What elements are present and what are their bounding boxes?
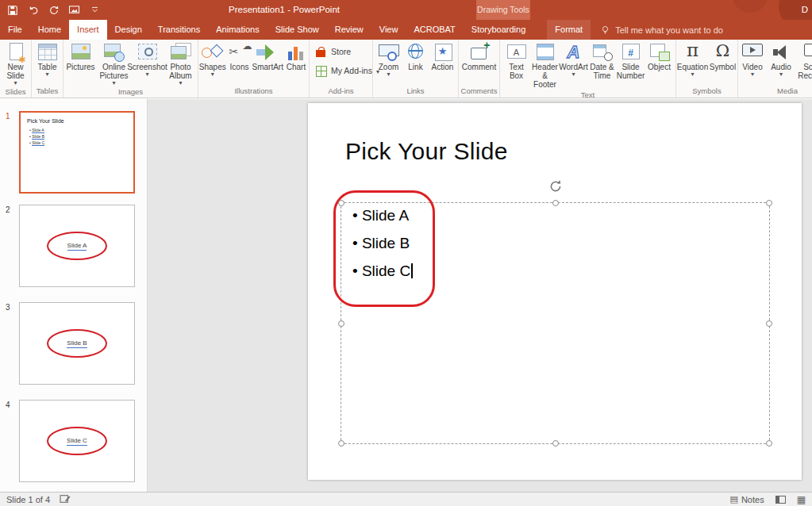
slide-sorter-view-button[interactable]	[797, 495, 806, 504]
titlebar-decoration	[732, 0, 768, 13]
chart-button[interactable]: Chart	[283, 40, 309, 72]
symbol-button[interactable]: Symbol	[709, 40, 737, 72]
chevron-down-icon	[90, 6, 99, 14]
icons-icon	[227, 41, 254, 63]
slide-thumbnail-4[interactable]: Slide C	[19, 400, 135, 482]
resize-handle-middle-left[interactable]	[338, 320, 344, 327]
slide-title-text[interactable]: Pick Your Slide	[345, 138, 508, 165]
icons-button[interactable]: Icons	[227, 40, 252, 72]
rotate-handle[interactable]	[548, 179, 563, 194]
link-icon	[403, 41, 430, 63]
slide-thumbnail-1[interactable]: Pick Your Slide Slide A Slide B Slide C	[19, 111, 135, 194]
video-icon	[739, 41, 766, 63]
header-footer-button[interactable]: Header & Footer	[531, 40, 560, 90]
tab-animations[interactable]: Animations	[208, 20, 267, 40]
resize-handle-top-left[interactable]	[338, 200, 344, 206]
group-label-images: Images	[63, 86, 198, 98]
tab-slide-show[interactable]: Slide Show	[267, 20, 327, 40]
thumbnail-slide-title: Pick Your Slide	[27, 118, 133, 124]
group-label-slides: Slides	[0, 86, 31, 98]
resize-handle-top-center[interactable]	[552, 200, 559, 206]
resize-handle-bottom-left[interactable]	[338, 440, 344, 447]
equation-button[interactable]: Equation	[677, 40, 709, 78]
red-rounded-annotation	[333, 190, 435, 307]
tab-transitions[interactable]: Transitions	[150, 20, 208, 40]
tab-format[interactable]: Format	[547, 20, 591, 40]
resize-handle-top-right[interactable]	[766, 200, 772, 206]
link-button[interactable]: Link	[403, 40, 429, 72]
dropdown-caret-icon	[211, 71, 214, 77]
red-circle-annotation	[47, 427, 107, 455]
new-slide-button[interactable]: New Slide	[0, 40, 31, 86]
dropdown-caret-icon	[145, 71, 148, 77]
wordart-icon	[560, 41, 587, 63]
video-button[interactable]: Video	[738, 40, 767, 78]
ribbon-group-illustrations: Shapes Icons SmartArt Chart Illustration…	[198, 40, 310, 98]
tab-storyboarding[interactable]: Storyboarding	[464, 20, 534, 40]
tab-insert[interactable]: Insert	[69, 20, 107, 40]
tell-me-box[interactable]: Tell me what you want to do	[600, 20, 723, 40]
comment-button[interactable]: Comment	[459, 40, 499, 72]
tab-acrobat[interactable]: ACROBAT	[406, 20, 463, 40]
my-add-ins-icon	[314, 64, 327, 77]
object-icon	[646, 41, 673, 63]
action-icon	[429, 41, 456, 63]
online-pictures-button[interactable]: Online Pictures	[98, 40, 131, 86]
slide-thumbnail-3[interactable]: Slide B	[19, 302, 135, 385]
undo-button[interactable]	[27, 4, 39, 16]
action-button[interactable]: Action	[429, 40, 457, 72]
slide-number-button[interactable]: Slide Number	[617, 40, 645, 81]
audio-button[interactable]: Audio	[767, 40, 795, 78]
smartart-icon	[254, 41, 281, 63]
group-label-media: Media	[738, 86, 812, 98]
object-button[interactable]: Object	[645, 40, 674, 72]
notes-indicator-icon[interactable]	[60, 494, 71, 505]
shapes-button[interactable]: Shapes	[198, 40, 227, 78]
save-button[interactable]	[6, 4, 18, 16]
tab-home[interactable]: Home	[30, 20, 69, 40]
group-label-symbols: Symbols	[676, 86, 737, 98]
resize-handle-middle-right[interactable]	[766, 320, 772, 327]
tab-design[interactable]: Design	[107, 20, 150, 40]
tab-review[interactable]: Review	[327, 20, 371, 40]
screen-recording-button[interactable]: Screen Recording	[795, 40, 812, 81]
chart-icon	[283, 41, 310, 63]
zoom-button[interactable]: Zoom	[375, 40, 403, 78]
save-icon	[7, 5, 18, 16]
pictures-button[interactable]: Pictures	[64, 40, 98, 72]
normal-view-button[interactable]	[775, 496, 786, 504]
smartart-button[interactable]: SmartArt	[252, 40, 283, 72]
tab-file[interactable]: File	[0, 20, 30, 40]
resize-handle-bottom-right[interactable]	[766, 440, 772, 447]
store-button[interactable]: Store	[313, 42, 352, 61]
ribbon-group-symbols: Equation Symbol Symbols	[676, 40, 738, 98]
tab-view[interactable]: View	[371, 20, 406, 40]
start-from-beginning-button[interactable]	[68, 4, 80, 16]
redo-button[interactable]	[48, 4, 60, 16]
table-button[interactable]: Table	[32, 40, 63, 78]
slide-thumbnail-panel: 1 Pick Your Slide Slide A Slide B Slide …	[0, 99, 148, 492]
equation-icon	[679, 41, 706, 63]
my-add-ins-button[interactable]: My Add-ins	[313, 61, 381, 80]
customize-quick-access-button[interactable]	[89, 4, 101, 16]
notes-toggle-button[interactable]: Notes	[730, 494, 764, 504]
notes-label: Notes	[741, 495, 764, 504]
lightbulb-icon	[600, 25, 610, 36]
text-box-button[interactable]: Text Box	[502, 40, 531, 81]
dropdown-caret-icon	[387, 71, 390, 77]
group-label-text: Text	[500, 90, 675, 98]
red-circle-annotation	[47, 232, 107, 260]
ribbon-group-text: Text Box Header & Footer WordArt Date & …	[500, 40, 676, 98]
slide-thumbnail-2[interactable]: Slide A	[19, 205, 135, 287]
dropdown-caret-icon	[571, 71, 575, 77]
slide-canvas[interactable]: Pick Your Slide Slide A Slide B Slide C	[308, 103, 802, 480]
screenshot-button[interactable]: Screenshot	[131, 40, 164, 78]
wordart-button[interactable]: WordArt	[560, 40, 588, 78]
dropdown-caret-icon	[13, 80, 17, 86]
resize-handle-bottom-center[interactable]	[552, 440, 559, 447]
date-time-button[interactable]: Date & Time	[588, 40, 617, 81]
slide-editor-area: Pick Your Slide Slide A Slide B Slide C	[148, 99, 812, 492]
slideshow-icon	[68, 5, 80, 15]
group-label-comments: Comments	[459, 86, 499, 98]
photo-album-button[interactable]: Photo Album	[164, 40, 198, 86]
